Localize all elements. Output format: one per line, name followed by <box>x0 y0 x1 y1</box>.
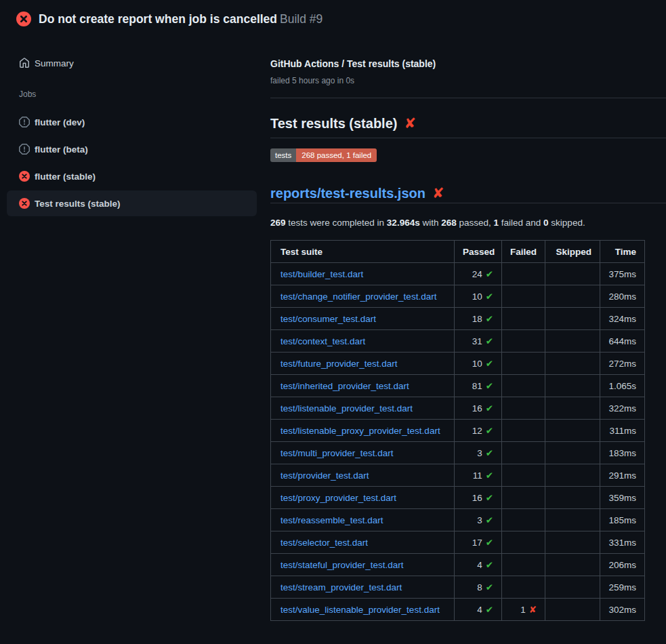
report-title: reports/test-results.json ✘ <box>270 184 666 203</box>
divider <box>270 98 666 98</box>
check-icon: ✔ <box>486 336 493 346</box>
summary-segment: 268 <box>441 218 457 228</box>
time-cell: 183ms <box>600 442 645 464</box>
skipped-cell <box>545 263 600 285</box>
cross-icon: ✘ <box>529 604 537 615</box>
table-row: test/future_provider_test.dart 10✔ 272ms <box>271 353 645 375</box>
table-row: test/context_test.dart 31✔ 644ms <box>271 330 645 353</box>
suite-link[interactable]: test/listenable_provider_test.dart <box>280 403 413 414</box>
test-results-table: Test suite Passed Failed Skipped Time te… <box>270 240 645 621</box>
build-number: Build #9 <box>280 12 322 26</box>
suite-link[interactable]: test/value_listenable_provider_test.dart <box>280 605 440 615</box>
skipped-cell <box>545 397 600 420</box>
sidebar-item-flutter-dev[interactable]: flutter (dev) <box>7 109 257 135</box>
table-row: test/builder_test.dart 24✔ 375ms <box>271 263 645 285</box>
report-title-link[interactable]: reports/test-results.json <box>270 184 425 203</box>
section-title-text: Test results (stable) <box>270 114 397 133</box>
skipped-cell <box>545 353 600 375</box>
table-row: test/proxy_provider_test.dart 16✔ 359ms <box>271 487 645 509</box>
skipped-cell <box>545 531 600 554</box>
skipped-cell <box>545 285 600 308</box>
check-icon: ✔ <box>486 604 493 615</box>
suite-link[interactable]: test/listenable_proxy_provider_test.dart <box>280 426 440 436</box>
check-icon: ✔ <box>486 515 493 525</box>
suite-link[interactable]: test/proxy_provider_test.dart <box>280 493 396 503</box>
check-icon: ✔ <box>486 559 493 570</box>
badge-value: 268 passed, 1 failed <box>296 148 377 162</box>
suite-link[interactable]: test/stream_provider_test.dart <box>280 582 402 592</box>
time-cell: 644ms <box>600 330 645 353</box>
suite-link[interactable]: test/inherited_provider_test.dart <box>280 381 409 391</box>
suite-link[interactable]: test/consumer_test.dart <box>280 314 376 324</box>
suite-link[interactable]: test/future_provider_test.dart <box>280 359 398 369</box>
check-icon: ✔ <box>486 537 493 548</box>
sidebar-item-label: Test results (stable) <box>35 199 121 209</box>
tests-badge: tests268 passed, 1 failed <box>270 148 377 162</box>
failed-cross-icon: ✘ <box>432 186 444 201</box>
passed-cell: 10✔ <box>455 285 502 308</box>
passed-cell: 4✔ <box>455 554 502 576</box>
sidebar-item-label: flutter (beta) <box>35 144 88 155</box>
suite-link[interactable]: test/stateful_provider_test.dart <box>280 560 404 570</box>
table-row: test/multi_provider_test.dart 3✔ 183ms <box>271 442 645 464</box>
time-cell: 291ms <box>600 464 645 487</box>
skipped-cell <box>545 599 600 621</box>
time-cell: 322ms <box>600 397 645 420</box>
suite-link[interactable]: test/reassemble_test.dart <box>280 515 383 525</box>
skipped-cell <box>545 308 600 330</box>
sidebar-item-flutter-beta[interactable]: flutter (beta) <box>7 136 257 162</box>
table-row: test/stream_provider_test.dart 8✔ 259ms <box>271 576 645 599</box>
summary-segment: 32.964s <box>387 218 420 228</box>
failed-cell: 1✘ <box>502 599 545 621</box>
check-icon: ✔ <box>486 447 493 458</box>
suite-link[interactable]: test/builder_test.dart <box>280 269 363 279</box>
skipped-cell <box>545 509 600 531</box>
failed-cell <box>502 420 545 442</box>
skipped-cell <box>545 442 600 464</box>
passed-cell: 16✔ <box>455 397 502 420</box>
check-icon: ✔ <box>486 403 493 414</box>
home-icon <box>19 58 30 68</box>
failed-x-circle-icon <box>19 198 30 209</box>
check-icon: ✔ <box>486 425 493 436</box>
sidebar-item-flutter-stable[interactable]: flutter (stable) <box>7 163 257 189</box>
passed-cell: 3✔ <box>455 442 502 464</box>
page-title: Do not create report when job is cancell… <box>39 12 322 26</box>
sidebar-item-label: flutter (dev) <box>35 117 85 127</box>
check-icon: ✔ <box>486 358 493 369</box>
passed-cell: 81✔ <box>455 375 502 397</box>
passed-cell: 4✔ <box>455 599 502 621</box>
table-row: test/reassemble_test.dart 3✔ 185ms <box>271 509 645 531</box>
table-row: test/provider_test.dart 11✔ 291ms <box>271 464 645 487</box>
check-icon: ✔ <box>486 470 493 481</box>
time-cell: 359ms <box>600 487 645 509</box>
time-cell: 185ms <box>600 509 645 531</box>
check-icon: ✔ <box>486 582 493 592</box>
failed-cell <box>502 576 545 599</box>
jobs-list: flutter (dev) flutter (beta) flutter (st… <box>7 109 257 216</box>
passed-cell: 11✔ <box>455 464 502 487</box>
suite-link[interactable]: test/change_notifier_provider_test.dart <box>280 291 436 302</box>
sidebar-item-test-results-stable[interactable]: Test results (stable) <box>7 190 257 216</box>
table-header-row: Test suite Passed Failed Skipped Time <box>271 241 645 263</box>
sidebar-item-summary[interactable]: Summary <box>7 52 257 74</box>
sidebar: Summary Jobs flutter (dev) flutter (beta… <box>0 27 270 218</box>
suite-link[interactable]: test/provider_test.dart <box>280 470 369 481</box>
sidebar-item-label: flutter (stable) <box>35 172 96 182</box>
col-header-time: Time <box>600 241 645 263</box>
failed-cell <box>502 509 545 531</box>
time-cell: 1.065s <box>600 375 645 397</box>
summary-segment: 1 <box>494 218 499 228</box>
section-title: Test results (stable) ✘ <box>270 114 666 133</box>
divider <box>270 203 666 203</box>
failed-cell <box>502 263 545 285</box>
time-cell: 206ms <box>600 554 645 576</box>
suite-link[interactable]: test/context_test.dart <box>280 336 365 346</box>
suite-link[interactable]: test/multi_provider_test.dart <box>280 448 394 458</box>
time-cell: 280ms <box>600 285 645 308</box>
time-cell: 375ms <box>600 263 645 285</box>
summary-segment: failed and <box>499 218 543 228</box>
cancelled-stop-icon <box>19 144 30 155</box>
suite-link[interactable]: test/selector_test.dart <box>280 538 368 548</box>
skipped-cell <box>545 375 600 397</box>
